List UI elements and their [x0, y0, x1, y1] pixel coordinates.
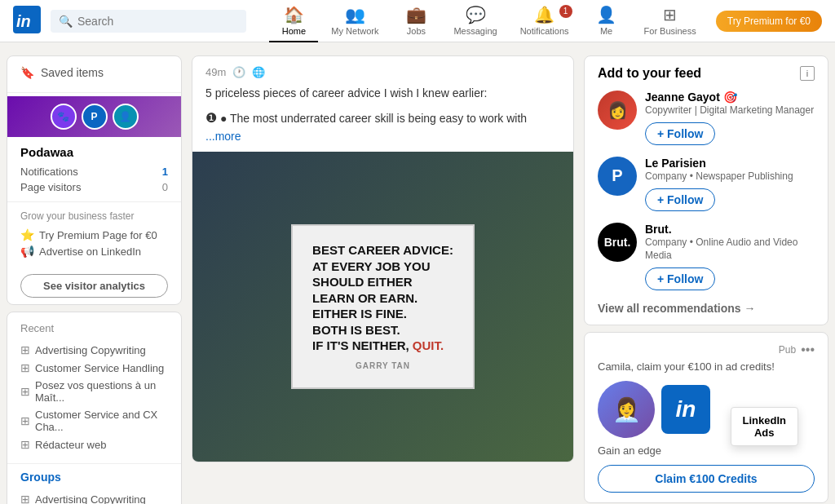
nav-messaging[interactable]: 💬 Messaging — [444, 0, 506, 42]
nav-notifications[interactable]: 🔔 1 Notifications — [510, 0, 579, 42]
group-item-1[interactable]: ⊞ Advertising Copywriting — [20, 490, 168, 504]
grow-section: Grow your business faster ⭐ Try Premium … — [7, 201, 181, 267]
search-icon: 🔍 — [59, 15, 73, 28]
notifications-icon: 🔔 — [534, 5, 554, 24]
business-icon: ⊞ — [663, 5, 677, 24]
recommend-le-parisien: P Le Parisien Company • Newspaper Publis… — [598, 157, 815, 211]
brut-title: Company • Online Audio and Video Media — [645, 236, 815, 263]
ad-pub-label: Pub — [779, 344, 796, 356]
recent-label-1: Advertising Copywriting — [35, 344, 146, 356]
ad-images: 👩‍💼 in LinkedIn Ads — [598, 381, 815, 438]
recommend-jeanne: 👩 Jeanne Gayot 🎯 Copywriter | Digital Ma… — [598, 91, 815, 145]
notifications-stat[interactable]: Notifications 1 — [20, 164, 168, 179]
avatar-2: P — [82, 104, 108, 130]
svg-text:in: in — [16, 12, 31, 30]
recent-label-3: Posez vos questions à un Maît... — [35, 379, 168, 404]
bullet-icon: ❶ — [205, 111, 217, 125]
brut-name[interactable]: Brut. — [645, 223, 815, 236]
jeanne-info: Jeanne Gayot 🎯 Copywriter | Digital Mark… — [645, 91, 815, 145]
center-feed: 49m 🕐 🌐 5 priceless pieces of career adv… — [192, 55, 574, 504]
post-body-text: ● The most underrated career skill is be… — [220, 112, 527, 125]
recent-item-3[interactable]: ⊞ Posez vos questions à un Maît... — [20, 377, 168, 406]
advertise-label: Advertise on LinkedIn — [39, 245, 141, 258]
le-parisien-info: Le Parisien Company • Newspaper Publishi… — [645, 157, 815, 211]
search-input[interactable] — [77, 15, 238, 28]
ad-header: Pub ••• — [598, 343, 815, 357]
le-parisien-name[interactable]: Le Parisien — [645, 157, 815, 170]
linkedin-in-text: in — [676, 396, 696, 422]
nav-me[interactable]: 👤 Me — [582, 0, 631, 42]
premium-page-item[interactable]: ⭐ Try Premium Page for €0 — [20, 227, 168, 243]
nav-jobs[interactable]: 💼 Jobs — [391, 0, 440, 42]
company-name: Podawaa — [7, 137, 181, 162]
billboard-line6: BOTH IS BEST. — [312, 322, 453, 338]
ad-card: Pub ••• Camila, claim your €100 in ad cr… — [584, 332, 828, 503]
avatar-1: 🐾 — [51, 104, 77, 130]
follow-jeanne-button[interactable]: + Follow — [645, 122, 715, 145]
groups-title[interactable]: Groups — [20, 471, 168, 484]
add-to-feed-card: Add to your feed i 👩 Jeanne Gayot 🎯 Copy… — [584, 55, 828, 325]
analytics-button[interactable]: See visitor analytics — [20, 274, 168, 298]
billboard-line4: LEARN OR EARN. — [312, 290, 453, 307]
linkedin-logo[interactable]: in — [13, 6, 41, 36]
ad-options-button[interactable]: ••• — [801, 343, 815, 357]
info-icon[interactable]: i — [800, 66, 815, 81]
premium-button[interactable]: Try Premium for €0 — [716, 11, 822, 32]
page-visitors-stat[interactable]: Page visitors 0 — [20, 179, 168, 195]
grid-icon-4: ⊞ — [20, 414, 30, 427]
tooltip-line2: Ads — [743, 427, 786, 439]
ad-person-image: 👩‍💼 — [598, 381, 655, 438]
recent-item-1[interactable]: ⊞ Advertising Copywriting — [20, 341, 168, 359]
post-body: ❶ ● The most underrated career skill is … — [192, 108, 573, 152]
nav-home[interactable]: 🏠 Home — [269, 0, 318, 42]
post-header: 49m 🕐 🌐 — [192, 56, 573, 85]
view-all-recommendations[interactable]: View all recommendations → — [598, 302, 815, 315]
tooltip-line1: LinkedIn — [743, 414, 786, 427]
billboard-line5: EITHER IS FINE. — [312, 306, 453, 322]
grid-icon-2: ⊞ — [20, 361, 30, 374]
claim-credits-button[interactable]: Claim €100 Credits — [598, 465, 815, 493]
grid-icon-1: ⊞ — [20, 343, 30, 356]
home-icon: 🏠 — [284, 5, 304, 24]
grid-icon-5: ⊞ — [20, 438, 30, 451]
messaging-icon: 💬 — [466, 5, 486, 24]
nav-home-label: Home — [282, 26, 306, 36]
billboard-author: GARRY TAN — [312, 360, 453, 371]
advertise-item[interactable]: 📢 Advertise on LinkedIn — [20, 243, 168, 259]
star-icon: ⭐ — [20, 228, 34, 241]
billboard-quit: QUIT. — [413, 338, 444, 352]
avatar-3: 👤 — [113, 104, 139, 130]
search-box[interactable]: 🔍 — [51, 10, 246, 33]
left-sidebar: 🔖 Saved items 🐾 P 👤 Podawaa Notification… — [7, 55, 182, 504]
network-icon: 👥 — [345, 5, 365, 24]
follow-brut-button[interactable]: + Follow — [645, 267, 715, 290]
recent-item-5[interactable]: ⊞ Rédacteur web — [20, 435, 168, 453]
le-parisien-avatar: P — [598, 157, 637, 196]
nav-network[interactable]: 👥 My Network — [321, 0, 388, 42]
follow-le-parisien-button[interactable]: + Follow — [645, 188, 715, 211]
feed-card-title-text: Add to your feed — [598, 66, 701, 81]
billboard-line2: AT EVERY JOB YOU — [312, 259, 453, 275]
recent-section: Recent ⊞ Advertising Copywriting ⊞ Custo… — [7, 312, 181, 463]
recent-title: Recent — [20, 322, 168, 334]
linkedin-ads-tooltip: LinkedIn Ads — [731, 407, 798, 446]
saved-items[interactable]: 🔖 Saved items — [7, 56, 181, 89]
company-card: 🔖 Saved items 🐾 P 👤 Podawaa Notification… — [7, 55, 182, 305]
more-link[interactable]: ...more — [205, 130, 241, 143]
recent-item-2[interactable]: ⊞ Customer Service Handling — [20, 359, 168, 377]
nav-me-label: Me — [600, 26, 612, 36]
recommend-brut: Brut. Brut. Company • Online Audio and V… — [598, 223, 815, 291]
nav-items: 🏠 Home 👥 My Network 💼 Jobs 💬 Messaging 🔔… — [269, 0, 822, 42]
jobs-icon: 💼 — [406, 5, 426, 24]
clock-icon: 🕐 — [232, 66, 245, 78]
jeanne-name[interactable]: Jeanne Gayot 🎯 — [645, 91, 815, 104]
group-icon-1: ⊞ — [20, 493, 30, 504]
ad-icon: 📢 — [20, 245, 34, 258]
nav-business[interactable]: ⊞ For Business — [634, 0, 706, 42]
page-visitors-count: 0 — [162, 181, 168, 193]
recent-card: Recent ⊞ Advertising Copywriting ⊞ Custo… — [7, 312, 182, 504]
nav-business-label: For Business — [644, 26, 696, 36]
recent-item-4[interactable]: ⊞ Customer Service and CX Cha... — [20, 406, 168, 435]
me-icon: 👤 — [596, 5, 616, 24]
top-navigation: in 🔍 🏠 Home 👥 My Network 💼 Jobs 💬 Messag… — [0, 0, 835, 42]
